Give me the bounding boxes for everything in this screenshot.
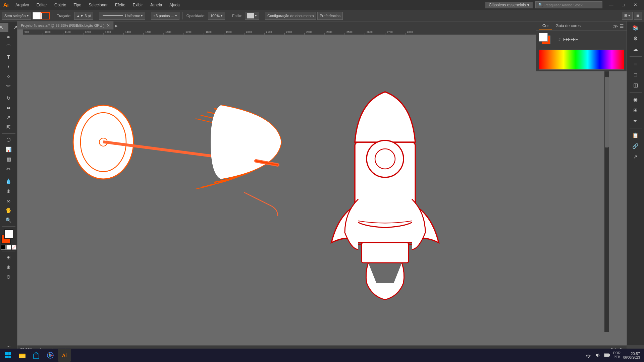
workspace-dropdown[interactable]: Clássicos essenciais ▾ xyxy=(485,2,533,8)
right-divider3 xyxy=(630,128,642,128)
stroke-points[interactable]: •3 pontos ... ▾ xyxy=(151,12,179,20)
links-icon[interactable]: 🔗 xyxy=(630,141,642,151)
sep6 xyxy=(262,12,262,19)
panel-menu-btn[interactable]: ☰ xyxy=(620,23,624,29)
arrange-btn[interactable]: ⊞ ▾ xyxy=(622,12,633,20)
libraries-icon[interactable]: 📚 xyxy=(630,23,642,33)
hand-tool[interactable]: 🖐 xyxy=(2,206,15,215)
slice-tool[interactable]: ✂ xyxy=(2,164,15,174)
network-icon[interactable] xyxy=(585,352,592,359)
line-tool[interactable]: / xyxy=(2,62,15,71)
file-explorer-btn[interactable] xyxy=(15,349,29,362)
menu-objeto[interactable]: Objeto xyxy=(51,1,69,9)
tab-bar: Projeto-fitness.ai* @ 33,33% (RGB/Exibiç… xyxy=(17,21,536,29)
style-swatch[interactable]: ▾ xyxy=(245,12,259,20)
new-tab-btn[interactable]: ▸ xyxy=(115,22,118,29)
minimize-button[interactable]: — xyxy=(605,0,617,10)
svg-rect-57 xyxy=(19,354,21,355)
menu-right: Clássicos essenciais ▾ 🔍 Pesquisar Adobe… xyxy=(485,0,644,10)
graph-tool[interactable]: 📊 xyxy=(2,145,15,154)
vscroll-thumb[interactable] xyxy=(605,77,609,148)
color-panel: Cor Guia de cores ≫ ☰ # FFFFFF xyxy=(536,21,627,71)
symbol-tool[interactable]: ⬡ xyxy=(2,135,15,144)
preferences-button[interactable]: Preferências xyxy=(317,12,343,20)
canvas-content[interactable] xyxy=(23,35,627,345)
ellipse-tool[interactable]: ○ xyxy=(2,71,15,81)
doc-setup-button[interactable]: Configuração de documento xyxy=(265,12,316,20)
panel-fill-swatch[interactable] xyxy=(539,33,548,42)
artboard-tool[interactable]: ▦ xyxy=(2,155,15,164)
free-transform-tool[interactable]: ⇱ xyxy=(2,123,15,132)
opacity-value[interactable]: 100% ▾ xyxy=(208,12,225,20)
vertical-scrollbar[interactable] xyxy=(604,48,609,332)
close-tab-icon[interactable]: ✕ xyxy=(107,23,110,28)
panel-expand-btn[interactable]: ≫ xyxy=(613,23,618,29)
illustrator-btn[interactable]: Ai xyxy=(58,349,71,362)
svg-text:1500: 1500 xyxy=(145,31,151,34)
measure-tool[interactable]: ⊕ xyxy=(2,186,15,196)
svg-rect-54 xyxy=(8,356,11,358)
fill-swatch[interactable] xyxy=(4,229,13,239)
rotate-tool[interactable]: ↻ xyxy=(2,94,15,103)
taskbar-clock: 20:57 06/06/2023 xyxy=(623,352,640,359)
layers-btn[interactable]: ☰ xyxy=(634,12,642,20)
start-button[interactable] xyxy=(1,349,15,362)
chrome-btn[interactable] xyxy=(44,349,57,362)
svg-rect-51 xyxy=(5,352,8,355)
svg-rect-53 xyxy=(5,356,8,358)
document-tab[interactable]: Projeto-fitness.ai* @ 33,33% (RGB/Exibiç… xyxy=(17,21,114,29)
menu-selecionar[interactable]: Selecionar xyxy=(85,1,111,9)
menu-exibir[interactable]: Exibir xyxy=(129,1,146,9)
swatches-icon[interactable]: ⊞ xyxy=(630,105,642,115)
zoom-out-btn[interactable]: ⊖ xyxy=(2,272,15,282)
menu-tipo[interactable]: Tipo xyxy=(70,1,85,9)
svg-text:2300: 2300 xyxy=(306,31,312,34)
blend-tool[interactable]: ∞ xyxy=(2,196,15,205)
export-icon[interactable]: ↗ xyxy=(630,152,642,162)
maximize-button[interactable]: □ xyxy=(617,0,629,10)
color-icon[interactable]: ◉ xyxy=(630,95,642,105)
tab-cor[interactable]: Cor xyxy=(539,23,552,29)
eyedropper-tool[interactable]: 💧 xyxy=(2,177,15,186)
cc-icon[interactable]: ☁ xyxy=(630,44,642,54)
menu-efeito[interactable]: Efeito xyxy=(112,1,129,9)
close-button[interactable]: ✕ xyxy=(629,0,641,10)
zoom-tool[interactable]: 🔍 xyxy=(2,216,15,225)
brushes-icon[interactable]: ✒ xyxy=(630,116,642,126)
svg-rect-65 xyxy=(609,354,610,356)
black-swatch[interactable] xyxy=(1,245,6,250)
pathfinder-icon[interactable]: □ xyxy=(630,69,642,79)
color-gradient-bar[interactable] xyxy=(539,50,624,70)
align-icon[interactable]: ≡ xyxy=(630,59,642,69)
zoom-in-btn[interactable]: ⊕ xyxy=(2,262,15,272)
curvature-tool[interactable]: ⌒ xyxy=(2,42,15,52)
taskbar-lang: POR PTB xyxy=(613,351,621,359)
svg-text:1100: 1100 xyxy=(65,31,71,34)
stroke-color-swatch[interactable] xyxy=(41,12,50,19)
transform-icon[interactable]: ◫ xyxy=(630,80,642,90)
menu-ajuda[interactable]: Ajuda xyxy=(166,1,183,9)
menu-janela[interactable]: Janela xyxy=(147,1,165,9)
volume-icon[interactable] xyxy=(594,352,601,359)
tab-guia-cores[interactable]: Guia de cores xyxy=(552,23,584,29)
white-swatch[interactable] xyxy=(6,245,11,250)
none-swatch[interactable] xyxy=(12,245,16,250)
layers-icon[interactable]: 📋 xyxy=(630,130,642,140)
stock-search[interactable]: 🔍 Pesquisar Adobe Stock xyxy=(535,1,602,8)
stroke-type[interactable]: Uniforme ▾ xyxy=(99,12,146,20)
menu-editar[interactable]: Editar xyxy=(33,1,50,9)
type-tool[interactable]: T xyxy=(2,52,15,61)
scale-tool[interactable]: ⇔ xyxy=(2,103,15,113)
tools-panel: ↖ ↗ ✒ ⌒ T / ○ ✏ ↻ ⇔ ↗ ⇱ ⬡ 📊 ▦ ✂ 💧 ⊕ ∞ 🖐 … xyxy=(0,21,17,352)
pen-tool[interactable]: ✒ xyxy=(2,33,15,42)
pencil-tool[interactable]: ✏ xyxy=(2,81,15,90)
selection-tool[interactable]: ↖ xyxy=(0,23,8,32)
store-btn[interactable] xyxy=(30,349,43,362)
stroke-value[interactable]: ▲▼3 pt xyxy=(74,12,93,20)
battery-icon[interactable] xyxy=(604,352,610,359)
warp-tool[interactable]: ↗ xyxy=(2,113,15,122)
properties-icon[interactable]: ⚙ xyxy=(630,34,642,44)
menu-arquivo[interactable]: Arquivo xyxy=(12,1,33,9)
svg-text:900: 900 xyxy=(24,31,29,34)
pixel-grid-btn[interactable]: ⊞ xyxy=(2,253,15,262)
